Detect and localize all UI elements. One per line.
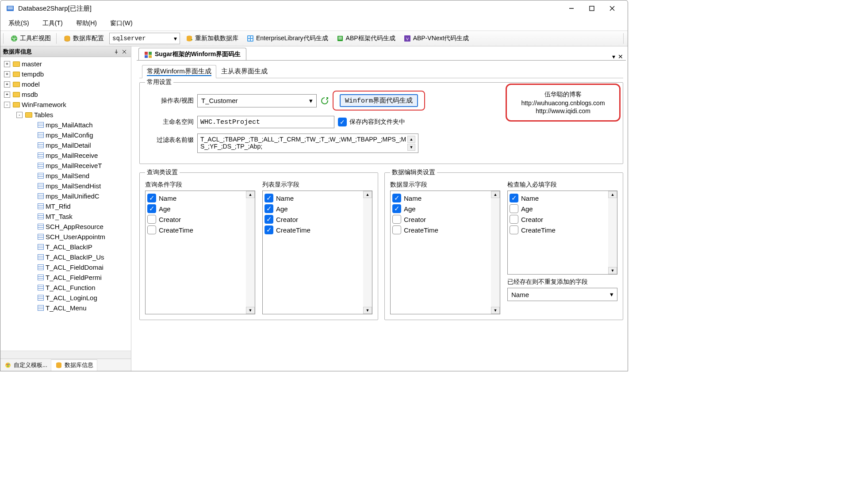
tree-node[interactable]: T_ACL_BlackIP — [1, 242, 130, 252]
list-item[interactable]: ✓Name — [510, 193, 606, 203]
checkbox-icon[interactable] — [510, 225, 518, 234]
entlib-gen-button[interactable]: EnterpriseLibrary代码生成 — [244, 32, 331, 45]
filter-textarea[interactable]: T_ACL_;TBAPP_;TB_;ALL_;T_CRM_;TW_;T_;W_;… — [197, 134, 418, 153]
scroll-up-button[interactable]: ▲ — [407, 136, 415, 143]
scroll-up-button[interactable]: ▲ — [491, 191, 500, 198]
generate-button[interactable]: Winform界面代码生成 — [333, 91, 425, 111]
subtab-master-detail[interactable]: 主从表界面生成 — [216, 65, 272, 78]
tree-node[interactable]: T_ACL_LoginLog — [1, 293, 130, 303]
sidebar-close-button[interactable] — [120, 48, 128, 56]
tree-node[interactable]: -WinFramework — [1, 99, 130, 110]
doc-tab[interactable]: Sugar框架的Winform界面码生 — [138, 48, 246, 60]
abp-vnext-gen-button[interactable]: V ABP-VNext代码生成 — [401, 32, 472, 45]
checkbox-icon[interactable] — [392, 225, 401, 234]
list-item[interactable]: Creator — [510, 214, 606, 225]
checkbox-icon[interactable]: ✓ — [392, 194, 401, 202]
tree-expander[interactable]: - — [16, 112, 23, 118]
list-item[interactable]: Creator — [147, 214, 244, 225]
tree-node[interactable]: SCH_AppResource — [1, 221, 130, 232]
checkbox-icon[interactable] — [510, 215, 518, 224]
tree-node[interactable]: -Tables — [1, 110, 130, 120]
scroll-down-button[interactable]: ▼ — [407, 144, 415, 151]
tree-node[interactable]: MT_Rfid — [1, 201, 130, 211]
tree-hscrollbar[interactable] — [0, 351, 131, 359]
checkbox-icon[interactable] — [392, 215, 401, 224]
tree-node[interactable]: mps_MailUnifiedC — [1, 191, 130, 201]
db-config-button[interactable]: 数据库配置 — [61, 32, 107, 45]
close-button[interactable] — [602, 2, 622, 15]
list-item[interactable]: ✓Age — [264, 203, 361, 214]
checkbox-icon[interactable] — [510, 204, 518, 213]
checkbox-icon[interactable]: ✓ — [510, 194, 518, 202]
tree-node[interactable]: mps_MailSend — [1, 171, 130, 181]
menu-help[interactable]: 帮助(H) — [73, 19, 100, 28]
minimize-button[interactable] — [561, 2, 582, 15]
query-cond-listbox[interactable]: ✓Name✓AgeCreatorCreateTime ▲▼ — [145, 191, 255, 314]
checkbox-icon[interactable]: ✓ — [264, 194, 273, 202]
scroll-down-button[interactable]: ▼ — [246, 307, 255, 314]
list-item[interactable]: CreateTime — [392, 225, 489, 235]
list-item[interactable]: Age — [510, 203, 606, 214]
tree-node[interactable]: mps_MailReceiveT — [1, 160, 130, 171]
reload-db-button[interactable]: 重新加载数据库 — [183, 32, 241, 45]
tree-expander[interactable]: + — [4, 61, 10, 67]
custom-template-tab[interactable]: 自定义模板... — [0, 359, 51, 371]
list-item[interactable]: ✓Creator — [264, 214, 361, 225]
scroll-up-button[interactable]: ▲ — [246, 191, 255, 198]
tree-node[interactable]: +model — [1, 79, 130, 89]
tree-expander[interactable]: + — [4, 92, 10, 98]
tree-expander[interactable]: - — [4, 102, 10, 108]
edit-data-listbox[interactable]: ✓Name✓AgeCreatorCreateTime ▲▼ — [390, 191, 500, 314]
tree-node[interactable]: mps_MailDetail — [1, 140, 130, 150]
query-list-listbox[interactable]: ✓Name✓Age✓Creator✓CreateTime ▲▼ — [262, 191, 372, 314]
list-item[interactable]: ✓Name — [264, 193, 361, 203]
menu-system[interactable]: 系统(S) — [6, 19, 32, 28]
scroll-down-button[interactable]: ▼ — [491, 307, 500, 314]
tree-node[interactable]: mps_MailConfig — [1, 130, 130, 140]
no-repeat-combo[interactable]: Name ▾ — [507, 288, 617, 301]
table-combo[interactable]: T_Customer ▾ — [197, 94, 317, 107]
tree-node[interactable]: T_ACL_FieldDomai — [1, 262, 130, 272]
tree-node[interactable]: T_ACL_FieldPermi — [1, 272, 130, 283]
list-item[interactable]: ✓Name — [147, 193, 244, 203]
tree-node[interactable]: mps_MailAttach — [1, 120, 130, 130]
scroll-down-button[interactable]: ▼ — [608, 267, 617, 274]
list-item[interactable]: ✓Age — [147, 203, 244, 214]
tree-node[interactable]: MT_Task — [1, 211, 130, 221]
checkbox-icon[interactable]: ✓ — [147, 194, 156, 202]
edit-required-listbox[interactable]: ✓NameAgeCreatorCreateTime ▲▼ — [507, 191, 617, 275]
db-info-tab[interactable]: 数据库信息 — [51, 359, 97, 371]
tree-expander[interactable]: + — [4, 81, 10, 88]
checkbox-icon[interactable] — [147, 225, 156, 234]
scroll-up-button[interactable]: ▲ — [363, 191, 372, 198]
checkbox-icon[interactable]: ✓ — [264, 204, 273, 213]
tree-node[interactable]: +msdb — [1, 89, 130, 99]
tree-node[interactable]: mps_MailReceive — [1, 150, 130, 160]
tree-expander[interactable]: + — [4, 71, 10, 77]
tree-node[interactable]: T_ACL_Function — [1, 283, 130, 293]
blog-link1[interactable]: http://wuhuacong.cnblogs.com — [521, 99, 605, 107]
sidebar-pin-button[interactable] — [112, 48, 120, 56]
tree-node[interactable]: SCH_UserAppointm — [1, 232, 130, 242]
tab-dropdown-icon[interactable]: ▾ — [612, 53, 615, 60]
toolbar-view-button[interactable]: 工具栏视图 — [8, 32, 54, 45]
ns-input[interactable] — [197, 116, 334, 128]
tree-node[interactable]: mps_MailSendHist — [1, 181, 130, 191]
list-item[interactable]: CreateTime — [510, 225, 606, 235]
menu-window[interactable]: 窗口(W) — [107, 19, 135, 28]
save-folder-checkbox[interactable]: ✓ 保存内容到文件夹中 — [338, 118, 405, 126]
tab-close-icon[interactable]: ✕ — [618, 53, 623, 60]
checkbox-icon[interactable]: ✓ — [264, 225, 273, 234]
list-item[interactable]: ✓Name — [392, 193, 489, 203]
tree-node[interactable]: T_ACL_BlackIP_Us — [1, 252, 130, 262]
refresh-button[interactable] — [320, 96, 329, 105]
subtab-normal[interactable]: 常规Winform界面生成 — [142, 65, 216, 78]
abp-gen-button[interactable]: ABP框架代码生成 — [334, 32, 398, 45]
tree-node[interactable]: +master — [1, 59, 130, 69]
checkbox-icon[interactable]: ✓ — [147, 204, 156, 213]
scroll-up-button[interactable]: ▲ — [608, 191, 617, 198]
scroll-down-button[interactable]: ▼ — [363, 307, 372, 314]
menu-tools[interactable]: 工具(T) — [40, 19, 65, 28]
list-item[interactable]: Creator — [392, 214, 489, 225]
tree-node[interactable]: T_ACL_Menu — [1, 303, 130, 313]
